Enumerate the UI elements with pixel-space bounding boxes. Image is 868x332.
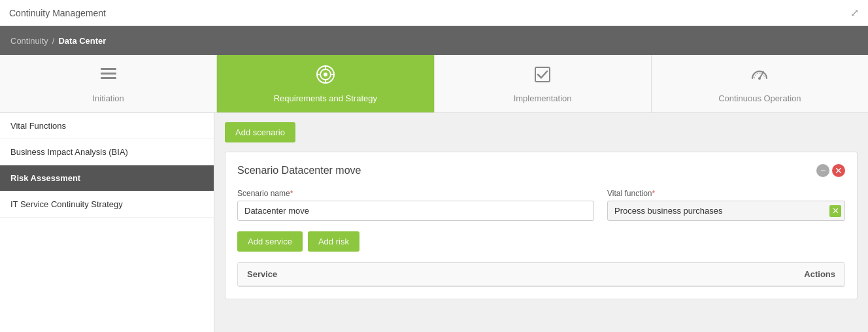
- scenario-card: Scenario Datacenter move − ✕ Scenario na…: [225, 152, 858, 299]
- scenario-name-input[interactable]: [237, 201, 594, 221]
- scenario-minimize-button[interactable]: −: [816, 164, 829, 177]
- vital-function-clear-button[interactable]: ✕: [829, 205, 841, 217]
- svg-point-5: [324, 73, 327, 76]
- svg-point-11: [758, 77, 761, 80]
- scenario-header: Scenario Datacenter move − ✕: [237, 164, 845, 177]
- actions-column-header: Actions: [770, 269, 835, 279]
- tab-requirements-strategy[interactable]: Requirements and Strategy: [217, 55, 434, 112]
- app-title: Continuity Management: [9, 8, 106, 18]
- tab-continuous-operation[interactable]: Continuous Operation: [652, 55, 868, 112]
- add-service-button[interactable]: Add service: [237, 231, 303, 252]
- breadcrumb-separator: /: [52, 36, 55, 46]
- breadcrumb-parent[interactable]: Continuity: [10, 36, 48, 46]
- vital-function-label: Vital function*: [607, 189, 845, 198]
- tab-requirements-label: Requirements and Strategy: [274, 93, 377, 103]
- sidebar-item-bia[interactable]: Business Impact Analysis (BIA): [0, 139, 214, 165]
- add-scenario-button[interactable]: Add scenario: [225, 122, 295, 142]
- expand-icon[interactable]: ⤢: [850, 7, 859, 19]
- sidebar-item-it-service-continuity[interactable]: IT Service Continuity Strategy: [0, 191, 214, 218]
- tab-implementation[interactable]: Implementation: [435, 55, 652, 112]
- tab-continuous-operation-label: Continuous Operation: [718, 93, 801, 103]
- form-row: Scenario name* Vital function* ✕: [237, 189, 845, 221]
- target-icon: [315, 64, 336, 90]
- svg-rect-2: [101, 77, 116, 79]
- sidebar-item-vital-functions-label: Vital Functions: [10, 121, 66, 131]
- scenario-controls: − ✕: [816, 164, 845, 177]
- service-column-header: Service: [247, 269, 770, 279]
- list-icon: [98, 64, 119, 90]
- sidebar-item-risk-label: Risk Assessment: [10, 173, 80, 183]
- tab-implementation-label: Implementation: [514, 93, 572, 103]
- sidebar: Vital Functions Business Impact Analysis…: [0, 113, 214, 332]
- top-bar: Continuity Management ⤢: [0, 0, 868, 26]
- checkbox-icon: [532, 64, 553, 90]
- sidebar-item-bia-label: Business Impact Analysis (BIA): [10, 147, 128, 157]
- add-risk-button[interactable]: Add risk: [308, 231, 359, 252]
- vital-function-group: Vital function* ✕: [607, 189, 845, 221]
- breadcrumb-current: Data Center: [58, 36, 106, 46]
- sidebar-item-risk-assessment[interactable]: Risk Assessment: [0, 165, 214, 191]
- tab-initiation[interactable]: Initiation: [0, 55, 217, 112]
- tabs-row: Initiation Requirements and Strategy Imp…: [0, 55, 868, 113]
- scenario-title: Scenario Datacenter move: [237, 165, 361, 176]
- tab-initiation-label: Initiation: [92, 93, 124, 103]
- action-btn-row: Add service Add risk: [237, 231, 845, 252]
- sidebar-item-vital-functions[interactable]: Vital Functions: [0, 113, 214, 139]
- gauge-icon: [749, 64, 770, 90]
- content-area: Add scenario Scenario Datacenter move − …: [214, 113, 868, 332]
- breadcrumb-bar: Continuity / Data Center: [0, 26, 868, 55]
- main-layout: Vital Functions Business Impact Analysis…: [0, 113, 868, 332]
- scenario-name-label: Scenario name*: [237, 189, 594, 198]
- scenario-name-group: Scenario name*: [237, 189, 594, 221]
- svg-rect-0: [101, 68, 116, 70]
- sidebar-item-it-label: IT Service Continuity Strategy: [10, 199, 123, 209]
- services-table-header: Service Actions: [238, 263, 844, 286]
- svg-rect-1: [101, 73, 116, 75]
- vital-function-input[interactable]: [607, 201, 845, 221]
- services-table: Service Actions: [237, 262, 845, 287]
- scenario-close-button[interactable]: ✕: [832, 164, 845, 177]
